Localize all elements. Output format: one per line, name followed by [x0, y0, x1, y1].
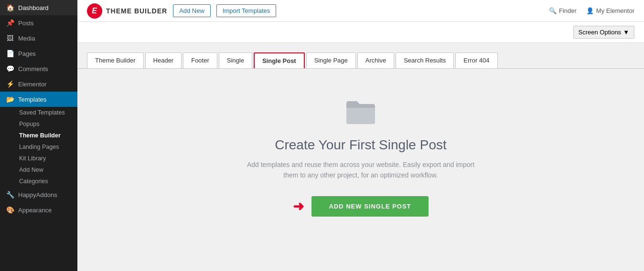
sidebar-item-label: Pages [18, 50, 36, 57]
sidebar-sub-saved-templates[interactable]: Saved Templates [6, 107, 77, 118]
sidebar-item-happy-addons[interactable]: 🔧 HappyAddons [0, 187, 77, 202]
sidebar-sub-categories[interactable]: Categories [6, 176, 77, 187]
tab-theme-builder[interactable]: Theme Builder [87, 52, 144, 68]
elementor-logo: e [87, 3, 102, 19]
sidebar-item-posts[interactable]: 📌 Posts [0, 15, 77, 31]
templates-icon: 📂 [6, 95, 14, 103]
tab-footer[interactable]: Footer [183, 52, 217, 68]
user-icon: 👤 [586, 7, 594, 14]
sidebar-sub-theme-builder[interactable]: Theme Builder [6, 130, 77, 141]
import-templates-button[interactable]: Import Templates [216, 4, 276, 17]
pages-icon: 📄 [6, 50, 14, 57]
screen-options-button[interactable]: Screen Options ▼ [573, 26, 634, 39]
happy-addons-icon: 🔧 [6, 191, 14, 198]
sidebar-sub-kit-library[interactable]: Kit Library [6, 153, 77, 164]
sidebar-item-pages[interactable]: 📄 Pages [0, 46, 77, 61]
finder-button[interactable]: 🔍 Finder [549, 7, 577, 14]
arrow-right-icon: ➜ [293, 198, 304, 214]
sidebar-item-appearance[interactable]: 🎨 Appearance [0, 202, 77, 218]
sidebar-item-media[interactable]: 🖼 Media [0, 31, 77, 46]
sidebar: 🏠 Dashboard 📌 Posts 🖼 Media 📄 Pages 💬 Co… [0, 0, 77, 271]
sidebar-item-elementor[interactable]: ⚡ Elementor [0, 76, 77, 92]
finder-label: Finder [559, 7, 577, 14]
tab-search-results[interactable]: Search Results [396, 52, 454, 68]
topbar-right: 🔍 Finder 👤 My Elementor [549, 7, 634, 14]
empty-state: Create Your First Single Post Add templa… [77, 69, 644, 236]
my-elementor-button[interactable]: 👤 My Elementor [586, 7, 634, 14]
media-icon: 🖼 [6, 34, 14, 42]
search-icon: 🔍 [549, 7, 557, 14]
screen-options-label: Screen Options [579, 29, 622, 36]
sidebar-item-label: Comments [18, 65, 48, 73]
brand-title: THEME BUILDER [106, 7, 167, 15]
tab-error-404[interactable]: Error 404 [455, 52, 497, 68]
elementor-icon: ⚡ [6, 80, 14, 88]
brand: e THEME BUILDER [87, 3, 167, 19]
screen-options-bar: Screen Options ▼ [77, 22, 644, 43]
tab-header[interactable]: Header [145, 52, 182, 68]
tab-single-post[interactable]: Single Post [254, 52, 305, 68]
sidebar-item-label: HappyAddons [18, 191, 57, 198]
sidebar-item-label: Templates [18, 96, 46, 103]
sidebar-item-templates[interactable]: 📂 Templates [0, 92, 77, 107]
sidebar-item-label: Posts [18, 20, 34, 27]
comments-icon: 💬 [6, 65, 14, 73]
tab-single[interactable]: Single [219, 52, 252, 68]
dashboard-icon: 🏠 [6, 4, 14, 11]
sidebar-item-label: Media [18, 35, 35, 42]
add-new-single-post-button[interactable]: ADD NEW SINGLE POST [311, 196, 428, 217]
sidebar-item-label: Elementor [18, 81, 46, 88]
templates-submenu: Saved Templates Popups Theme Builder Lan… [0, 107, 77, 187]
sidebar-item-comments[interactable]: 💬 Comments [0, 61, 77, 76]
add-new-button[interactable]: Add New [173, 4, 211, 17]
sidebar-sub-popups[interactable]: Popups [6, 118, 77, 130]
folder-icon [344, 97, 377, 126]
tab-archive[interactable]: Archive [357, 52, 394, 68]
chevron-down-icon: ▼ [623, 29, 629, 36]
topbar: e THEME BUILDER Add New Import Templates… [77, 0, 644, 22]
tabs-bar: Theme Builder Header Footer Single Singl… [77, 43, 644, 69]
posts-icon: 📌 [6, 19, 14, 27]
main-content: e THEME BUILDER Add New Import Templates… [77, 0, 644, 271]
empty-state-title: Create Your First Single Post [275, 137, 447, 153]
tab-single-page[interactable]: Single Page [306, 52, 356, 68]
sidebar-sub-landing-pages[interactable]: Landing Pages [6, 141, 77, 153]
my-elementor-label: My Elementor [596, 7, 634, 14]
empty-state-description: Add templates and reuse them across your… [246, 159, 475, 181]
sidebar-item-label: Dashboard [18, 4, 49, 11]
sidebar-sub-add-new[interactable]: Add New [6, 164, 77, 176]
content-area: Theme Builder Header Footer Single Singl… [77, 43, 644, 271]
sidebar-item-dashboard[interactable]: 🏠 Dashboard [0, 0, 77, 15]
sidebar-item-label: Appearance [18, 207, 52, 214]
cta-row: ➜ ADD NEW SINGLE POST [293, 196, 428, 217]
appearance-icon: 🎨 [6, 206, 14, 214]
